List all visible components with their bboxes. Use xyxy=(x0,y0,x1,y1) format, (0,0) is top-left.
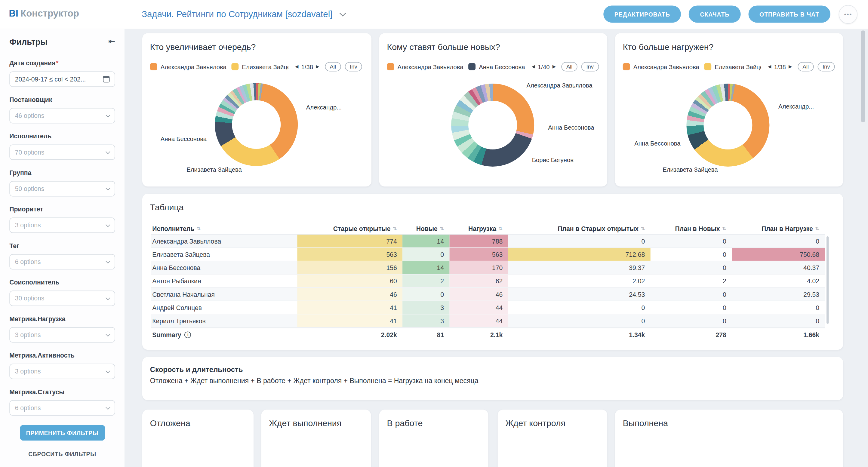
sort-icon: ⇅ xyxy=(197,225,201,231)
legend-label[interactable]: Александра Завьялова xyxy=(161,63,226,70)
filter-select[interactable]: 3 options xyxy=(9,364,115,379)
column-header-plan-starye[interactable]: План в Старых открытых⇅ xyxy=(508,222,651,234)
legend-chip[interactable] xyxy=(704,63,711,70)
donut-chart[interactable] xyxy=(215,83,298,166)
filter-select[interactable]: 6 options xyxy=(9,400,115,416)
dashboard-title-dropdown[interactable]: Задачи. Рейтинги по Сотрудникам [sozdava… xyxy=(142,0,345,29)
column-header-plan-nagruzka[interactable]: План в Нагрузке⇅ xyxy=(732,222,825,234)
column-header-starye[interactable]: Старые открытые⇅ xyxy=(297,222,402,234)
legend-chip[interactable] xyxy=(150,63,157,70)
date-range-value: 2024-09-17 ≤ col < 202... xyxy=(15,76,86,83)
filter-select[interactable]: 50 options xyxy=(9,181,115,197)
send-to-chat-button[interactable]: ОТПРАВИТЬ В ЧАТ xyxy=(748,5,830,23)
edit-button[interactable]: РЕДАКТИРОВАТЬ xyxy=(603,5,681,23)
filters-sidebar: Фильтры ⇤ Дата создания* 2024-09-17 ≤ co… xyxy=(0,29,125,467)
status-card-title: В работе xyxy=(387,418,423,428)
legend-chip[interactable] xyxy=(468,63,475,70)
filter-date-created: Дата создания* 2024-09-17 ≤ col < 202... xyxy=(9,60,115,87)
reset-filters-button[interactable]: СБРОСИТЬ ФИЛЬТРЫ xyxy=(9,450,115,457)
column-header-plan-novye[interactable]: План в Новых⇅ xyxy=(651,222,732,234)
cell-value: 2 xyxy=(651,275,732,287)
legend-chip[interactable] xyxy=(623,63,630,70)
cell-value: 563 xyxy=(297,248,402,261)
top-header: BIКонструктор Задачи. Рейтинги по Сотруд… xyxy=(0,0,868,29)
legend-chip[interactable] xyxy=(231,63,239,70)
legend-label[interactable]: Александра Завьялова xyxy=(633,63,699,70)
apply-filters-button[interactable]: ПРИМЕНИТЬ ФИЛЬТРЫ xyxy=(20,425,105,441)
chevron-down-icon xyxy=(339,10,346,16)
chart-card-new-tasks: Кому ставят больше новых? Александра Зав… xyxy=(379,33,607,186)
legend-inv-button[interactable]: Inv xyxy=(817,62,835,71)
legend-all-button[interactable]: All xyxy=(561,62,578,71)
select-value: 30 options xyxy=(15,295,44,302)
legend-label[interactable]: Елизавета Зайцева xyxy=(715,63,761,70)
legend-page-indicator: 1/38 xyxy=(774,63,785,70)
cell-value: 0 xyxy=(651,288,732,301)
cell-name: Антон Рыбалкин xyxy=(151,275,297,287)
cell-value: 2.02 xyxy=(508,275,651,287)
legend-label[interactable]: Александра Завьялова xyxy=(398,63,463,70)
filter-metrika-nagruzka: Метрика.Нагрузка 3 options xyxy=(9,315,115,343)
legend-label[interactable]: Анна Бессонова xyxy=(479,63,525,70)
legend-all-button[interactable]: All xyxy=(325,62,341,71)
cell-name: Андрей Солнцев xyxy=(151,301,297,314)
page-title: Задачи. Рейтинги по Сотрудникам [sozdava… xyxy=(142,9,332,19)
filter-select[interactable]: 30 options xyxy=(9,290,115,306)
table-row: Светлана Начальная 46 0 46 24.53 0 29.53 xyxy=(151,288,825,301)
collapse-sidebar-icon[interactable]: ⇤ xyxy=(108,36,115,46)
date-range-input[interactable]: 2024-09-17 ≤ col < 202... xyxy=(9,71,115,87)
cell-value: 60 xyxy=(297,275,402,287)
cell-value: 0 xyxy=(508,235,651,247)
donut-callout: Анна Бессонова xyxy=(634,140,680,147)
chart-legend: Александра Завьялова Елизавета Зайцева ◀… xyxy=(623,62,840,71)
filter-select[interactable]: 3 options xyxy=(9,217,115,233)
donut-callout: Борис Бегунов xyxy=(532,157,574,163)
column-header-novye[interactable]: Новые⇅ xyxy=(402,222,450,234)
filters-title: Фильтры xyxy=(9,37,48,46)
donut-callout: Анна Бессонова xyxy=(161,136,207,142)
prev-page-icon[interactable]: ◀ xyxy=(530,64,536,69)
required-asterisk: * xyxy=(56,60,58,66)
legend-all-button[interactable]: All xyxy=(798,62,814,71)
donut-callout: Анна Бессонова xyxy=(548,124,594,130)
next-page-icon[interactable]: ▶ xyxy=(314,64,321,69)
column-header-nagruzka[interactable]: Нагрузка⇅ xyxy=(450,222,508,234)
cell-value: 40.37 xyxy=(732,261,825,274)
legend-page-indicator: 1/40 xyxy=(538,63,550,70)
prev-page-icon[interactable]: ◀ xyxy=(293,64,300,69)
info-icon[interactable]: i xyxy=(185,331,191,338)
next-page-icon[interactable]: ▶ xyxy=(551,64,557,69)
summary-value: 81 xyxy=(402,328,450,341)
summary-value: 1.34k xyxy=(508,328,651,341)
page-scrollbar[interactable] xyxy=(861,30,865,122)
filter-label: Исполнитель xyxy=(9,133,115,140)
select-value: 6 options xyxy=(15,259,41,265)
more-options-button[interactable]: ••• xyxy=(839,5,858,24)
next-page-icon[interactable]: ▶ xyxy=(787,64,794,69)
legend-chip[interactable] xyxy=(387,63,394,70)
prev-page-icon[interactable]: ◀ xyxy=(766,64,773,69)
download-button[interactable]: СКАЧАТЬ xyxy=(689,5,741,23)
column-header-ispolnitel[interactable]: Исполнитель⇅ xyxy=(151,222,297,234)
summary-value: 278 xyxy=(651,328,732,341)
table-scrollbar[interactable] xyxy=(827,236,829,324)
donut-chart[interactable] xyxy=(451,84,534,166)
chart-title: Кому ставят больше новых? xyxy=(387,42,500,52)
legend-label[interactable]: Елизавета Зайцева xyxy=(242,63,288,70)
legend-inv-button[interactable]: Inv xyxy=(345,62,362,71)
summary-value: 2.02k xyxy=(297,328,402,341)
app-logo[interactable]: BIКонструктор xyxy=(9,8,79,20)
chart-title: Кто увеличивает очередь? xyxy=(150,42,256,52)
filter-select[interactable]: 6 options xyxy=(9,254,115,270)
filter-select[interactable]: 3 options xyxy=(9,327,115,343)
legend-page-indicator: 1/38 xyxy=(301,63,313,70)
filter-select[interactable]: 46 options xyxy=(9,108,115,124)
filter-select[interactable]: 70 options xyxy=(9,144,115,160)
donut-chart[interactable] xyxy=(686,84,769,166)
cell-value: 41 xyxy=(297,314,402,327)
legend-inv-button[interactable]: Inv xyxy=(581,62,599,71)
cell-value: 3 xyxy=(402,314,450,327)
cell-value: 29.53 xyxy=(732,288,825,301)
status-card-zhdet-vypolneniya: Ждет выполнения xyxy=(261,410,371,467)
chart-card-load: Кто больше нагружен? Александра Завьялов… xyxy=(615,33,843,186)
